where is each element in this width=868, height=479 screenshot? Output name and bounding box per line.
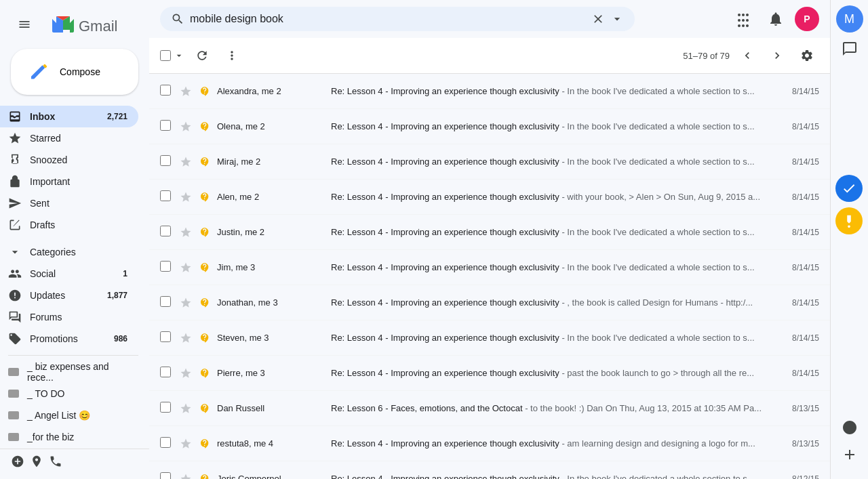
- email-sender: Jim, me 3: [217, 262, 326, 272]
- phone-icon[interactable]: [49, 455, 62, 468]
- tasks-icon[interactable]: [835, 175, 863, 202]
- avatar[interactable]: P: [795, 7, 819, 31]
- email-checkbox-area[interactable]: [160, 190, 174, 203]
- sidebar-item-todo[interactable]: _ TO DO: [0, 383, 138, 404]
- email-row[interactable]: Joris Compernol Re: Lesson 4 - Improving…: [149, 461, 830, 479]
- categories-header[interactable]: Categories: [0, 241, 138, 263]
- select-dropdown-button[interactable]: [174, 50, 184, 61]
- email-checkbox-area[interactable]: [160, 402, 174, 415]
- email-checkbox-area[interactable]: [160, 296, 174, 309]
- email-subject-snippet: Re: Lesson 4 - Improving an experience t…: [331, 333, 773, 343]
- star-button[interactable]: [179, 85, 193, 98]
- email-checkbox[interactable]: [160, 437, 171, 448]
- refresh-button[interactable]: [190, 43, 214, 68]
- email-checkbox[interactable]: [160, 367, 171, 377]
- google-meet-icon[interactable]: M: [836, 5, 863, 33]
- star-button[interactable]: [179, 402, 193, 415]
- updates-icon: [8, 289, 22, 302]
- apps-button[interactable]: [730, 5, 757, 33]
- search-options-icon[interactable]: [610, 12, 624, 26]
- sidebar-item-angel-list[interactable]: _ Angel List 😊: [0, 404, 138, 426]
- sidebar-item-inbox[interactable]: Inbox 2,721: [0, 106, 138, 127]
- sidebar-item-travel[interactable]: _ Travel itinerary 6: [0, 448, 138, 449]
- sidebar-item-promotions[interactable]: Promotions 986: [0, 328, 138, 350]
- add-panel-button[interactable]: [836, 441, 863, 468]
- location-icon[interactable]: [30, 455, 43, 468]
- search-input[interactable]: [190, 13, 586, 25]
- sidebar-item-important[interactable]: Important: [0, 171, 138, 192]
- email-row[interactable]: Jim, me 3 Re: Lesson 4 - Improving an ex…: [149, 250, 830, 285]
- email-row[interactable]: Alexandra, me 2 Re: Lesson 4 - Improving…: [149, 74, 830, 109]
- search-icon: [171, 12, 184, 26]
- email-checkbox[interactable]: [160, 296, 171, 307]
- email-checkbox[interactable]: [160, 155, 171, 166]
- add-account-icon[interactable]: [11, 455, 24, 468]
- email-subject: Re: Lesson 4 - Improving an experience t…: [331, 157, 559, 167]
- sidebar-item-sent[interactable]: Sent: [0, 192, 138, 214]
- email-checkbox[interactable]: [160, 120, 171, 131]
- star-button[interactable]: [179, 473, 193, 480]
- prev-page-button[interactable]: [735, 43, 760, 68]
- select-all-checkbox[interactable]: [160, 50, 171, 61]
- email-checkbox[interactable]: [160, 472, 171, 479]
- star-button[interactable]: [179, 332, 193, 344]
- email-row[interactable]: Steven, me 3 Re: Lesson 4 - Improving an…: [149, 320, 830, 356]
- sidebar-item-forums[interactable]: Forums: [0, 306, 138, 328]
- star-button[interactable]: [179, 262, 193, 274]
- email-checkbox-area[interactable]: [160, 120, 174, 133]
- email-checkbox-area[interactable]: [160, 472, 174, 479]
- notification-bell[interactable]: [762, 5, 789, 33]
- compose-button[interactable]: Compose: [11, 49, 138, 95]
- email-subject: Re: Lesson 4 - Improving an experience t…: [331, 297, 559, 308]
- star-button[interactable]: [179, 438, 193, 450]
- star-button[interactable]: [179, 121, 193, 133]
- keep-icon[interactable]: [835, 207, 863, 234]
- email-checkbox-area[interactable]: [160, 331, 174, 344]
- email-row[interactable]: Alen, me 2 Re: Lesson 4 - Improving an e…: [149, 180, 830, 215]
- hangouts-icon[interactable]: [836, 414, 863, 441]
- star-button[interactable]: [179, 367, 193, 379]
- inbox-count: 2,721: [107, 112, 127, 121]
- email-checkbox[interactable]: [160, 85, 171, 96]
- email-checkbox-area[interactable]: [160, 85, 174, 98]
- star-button[interactable]: [179, 297, 193, 309]
- star-button[interactable]: [179, 226, 193, 238]
- sidebar-item-updates[interactable]: Updates 1,877: [0, 285, 138, 306]
- email-checkbox-area[interactable]: [160, 226, 174, 238]
- email-subject-snippet: Re: Lesson 4 - Improving an experience t…: [331, 368, 773, 378]
- email-checkbox-area[interactable]: [160, 437, 174, 450]
- email-checkbox[interactable]: [160, 402, 171, 413]
- email-snippet: - , the book is called Design for Humans…: [561, 297, 753, 308]
- email-checkbox-area[interactable]: [160, 155, 174, 168]
- sidebar-nav: Inbox 2,721 Starred Snoozed Important: [0, 106, 149, 449]
- sidebar-item-starred[interactable]: Starred: [0, 127, 138, 149]
- snoozed-icon: [8, 153, 22, 167]
- next-page-button[interactable]: [765, 43, 789, 68]
- chat-icon[interactable]: [836, 35, 863, 62]
- email-row[interactable]: Dan Russell Re: Lesson 6 - Faces, emotio…: [149, 391, 830, 426]
- clear-search-icon[interactable]: [591, 12, 605, 26]
- email-checkbox[interactable]: [160, 331, 171, 342]
- inbox-settings-button[interactable]: [795, 43, 819, 68]
- email-checkbox-area[interactable]: [160, 261, 174, 274]
- email-sender: Joris Compernol: [217, 474, 326, 479]
- email-row[interactable]: Olena, me 2 Re: Lesson 4 - Improving an …: [149, 109, 830, 144]
- sidebar-item-biz-expenses[interactable]: _ biz expenses and rece...: [0, 361, 138, 383]
- star-button[interactable]: [179, 156, 193, 168]
- sidebar-item-social[interactable]: Social 1: [0, 263, 138, 285]
- email-row[interactable]: Jonathan, me 3 Re: Lesson 4 - Improving …: [149, 285, 830, 320]
- sidebar-item-for-the-biz[interactable]: _for the biz: [0, 426, 138, 448]
- email-checkbox[interactable]: [160, 261, 171, 272]
- sidebar-item-drafts[interactable]: Drafts: [0, 214, 138, 236]
- sidebar-item-snoozed[interactable]: Snoozed: [0, 149, 138, 171]
- more-options-button[interactable]: [220, 43, 244, 68]
- email-row[interactable]: Miraj, me 2 Re: Lesson 4 - Improving an …: [149, 144, 830, 180]
- email-row[interactable]: restuta8, me 4 Re: Lesson 4 - Improving …: [149, 426, 830, 461]
- email-row[interactable]: Pierre, me 3 Re: Lesson 4 - Improving an…: [149, 356, 830, 391]
- email-checkbox[interactable]: [160, 226, 171, 236]
- email-row[interactable]: Justin, me 2 Re: Lesson 4 - Improving an…: [149, 215, 830, 250]
- email-checkbox-area[interactable]: [160, 367, 174, 379]
- email-checkbox[interactable]: [160, 190, 171, 201]
- star-button[interactable]: [179, 191, 193, 203]
- menu-button[interactable]: [11, 11, 38, 38]
